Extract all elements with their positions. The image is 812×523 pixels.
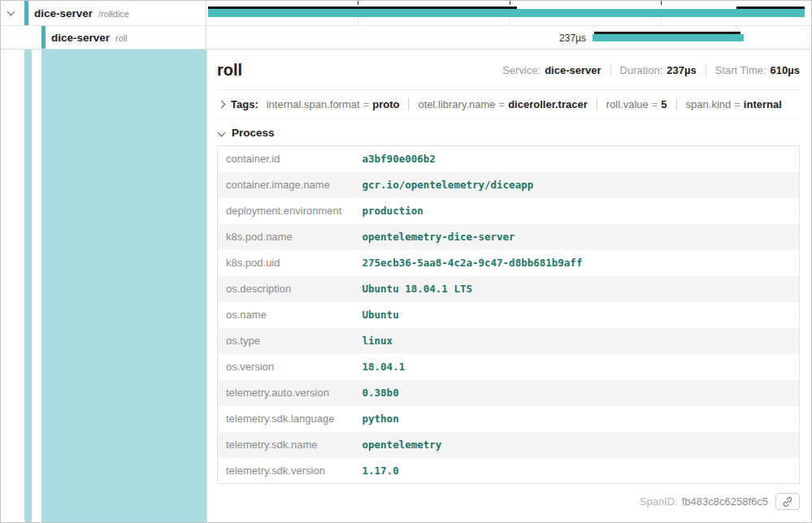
tag-value: proto (372, 98, 399, 110)
copy-link-button[interactable] (775, 493, 800, 510)
kv-value: 1.17.0 (354, 458, 800, 484)
parent-indent-guide (24, 50, 32, 522)
tag-equals: = (499, 98, 506, 110)
table-row: container.image.namegcr.io/opentelemetry… (218, 172, 800, 198)
kv-key: deployment.environment (218, 198, 354, 224)
table-row: os.typelinux (218, 328, 800, 354)
service-meta-value: dice-server (545, 64, 601, 76)
table-row: deployment.environmentproduction (218, 198, 800, 224)
span-color-bar (24, 1, 28, 25)
process-key-value-table: container.ida3bf90e006b2 container.image… (217, 145, 800, 484)
tag-key: internal.span.format (267, 98, 360, 110)
span-duration-label: 237µs (528, 32, 586, 44)
tag-item: span.kind=internal (686, 98, 782, 110)
span-service-name: dice-server/rolldice (34, 7, 129, 19)
trace-detail-view: dice-server/rolldice dice-serverroll 237… (0, 0, 812, 523)
chevron-down-icon (218, 129, 226, 137)
kv-key: os.description (218, 276, 354, 302)
tag-item: otel.library.name=diceroller.tracer (418, 98, 587, 110)
table-row: os.nameUbuntu (218, 302, 800, 328)
tag-equals: = (363, 98, 370, 110)
service-label: dice-server (51, 32, 110, 44)
table-row: telemetry.sdk.nameopentelemetry (218, 432, 800, 458)
span-bar-rolldice[interactable] (208, 9, 805, 17)
kv-value: python (354, 406, 800, 432)
tags-accordion-toggle[interactable]: Tags: internal.span.format=proto otel.li… (217, 90, 800, 119)
span-row-rolldice[interactable]: dice-server/rolldice (1, 1, 811, 26)
duration-meta-label: Duration: (620, 64, 663, 76)
span-name-cell: dice-serverroll (1, 26, 206, 49)
kv-key: os.name (218, 302, 354, 328)
process-accordion-toggle[interactable]: Process (217, 119, 800, 145)
span-row-roll[interactable]: dice-serverroll 237µs (1, 26, 811, 50)
tag-value: 5 (661, 98, 667, 110)
span-bar-accent (594, 32, 740, 34)
span-rows: dice-server/rolldice dice-serverroll 237… (1, 1, 811, 50)
tag-divider (597, 98, 597, 110)
span-color-bar (41, 26, 46, 49)
kv-value: 275ecb36-5aa8-4c2a-9c47-d8bb681b9aff (354, 250, 800, 276)
span-timeline-cell: 237µs (206, 26, 811, 49)
operation-label: /rolldice (98, 9, 129, 19)
kv-value: production (354, 198, 800, 224)
kv-value: opentelemetry-dice-server (354, 224, 800, 250)
tag-divider (676, 98, 677, 110)
span-tree-gutter (1, 50, 206, 522)
tag-key: otel.library.name (418, 98, 495, 110)
span-bar-accent (208, 6, 517, 9)
tag-equals: = (734, 98, 740, 110)
service-meta-label: Service: (502, 64, 541, 76)
kv-key: telemetry.sdk.language (218, 406, 354, 432)
chevron-right-icon (218, 101, 226, 109)
starttime-meta-value: 610µs (771, 64, 800, 76)
kv-key: container.image.name (218, 172, 354, 198)
kv-key: k8s.pod.name (218, 224, 354, 250)
table-row: k8s.pod.nameopentelemetry-dice-server (218, 224, 800, 250)
kv-key: os.type (218, 328, 354, 354)
process-label: Process (232, 127, 275, 139)
kv-key: telemetry.auto.version (218, 380, 354, 406)
kv-key: k8s.pod.uid (218, 250, 354, 276)
table-row: k8s.pod.uid275ecb36-5aa8-4c2a-9c47-d8bb6… (218, 250, 800, 276)
tags-label: Tags: (231, 98, 258, 110)
spanid-value: fb483c8c6258f6c5 (682, 495, 768, 508)
tag-key: span.kind (686, 98, 732, 110)
span-detail-header: roll Service: dice-server Duration: 237µ… (217, 61, 800, 80)
table-row: os.version18.04.1 (218, 354, 800, 380)
chevron-down-icon[interactable] (7, 8, 15, 16)
kv-key: telemetry.sdk.version (218, 458, 354, 484)
table-row: telemetry.auto.version0.38b0 (218, 380, 800, 406)
span-timeline-cell (206, 1, 811, 25)
kv-value: Ubuntu (354, 302, 800, 328)
tag-value: diceroller.tracer (508, 98, 588, 110)
kv-value: 18.04.1 (354, 354, 800, 380)
span-title: roll (217, 61, 242, 80)
kv-key: os.version (218, 354, 354, 380)
starttime-meta-label: Start Time: (715, 64, 766, 76)
service-label: dice-server (34, 7, 93, 19)
meta-divider (706, 64, 706, 76)
tag-item: internal.span.format=proto (267, 98, 400, 110)
span-service-name: dice-serverroll (51, 32, 128, 44)
kv-value: 0.38b0 (354, 380, 800, 406)
kv-value: gcr.io/opentelemetry/diceapp (354, 172, 800, 198)
kv-value: opentelemetry (354, 432, 800, 458)
span-bar-accent (736, 6, 805, 9)
table-row: os.descriptionUbuntu 18.04.1 LTS (218, 276, 800, 302)
table-row: container.ida3bf90e006b2 (218, 146, 800, 172)
operation-label: roll (115, 33, 128, 43)
kv-key: container.id (218, 146, 354, 172)
selected-span-fill (41, 50, 206, 522)
tag-divider (408, 98, 409, 110)
kv-value: Ubuntu 18.04.1 LTS (354, 276, 800, 302)
tag-item: roll.value=5 (606, 98, 667, 110)
meta-divider (610, 64, 611, 76)
tag-value: internal (744, 98, 782, 110)
span-detail-panel: roll Service: dice-server Duration: 237µ… (206, 50, 811, 522)
tag-equals: = (652, 98, 658, 110)
span-bar-roll[interactable] (593, 34, 744, 41)
kv-value: linux (354, 328, 800, 354)
tag-key: roll.value (606, 98, 649, 110)
kv-value: a3bf90e006b2 (354, 146, 800, 172)
span-name-cell: dice-server/rolldice (1, 1, 206, 25)
